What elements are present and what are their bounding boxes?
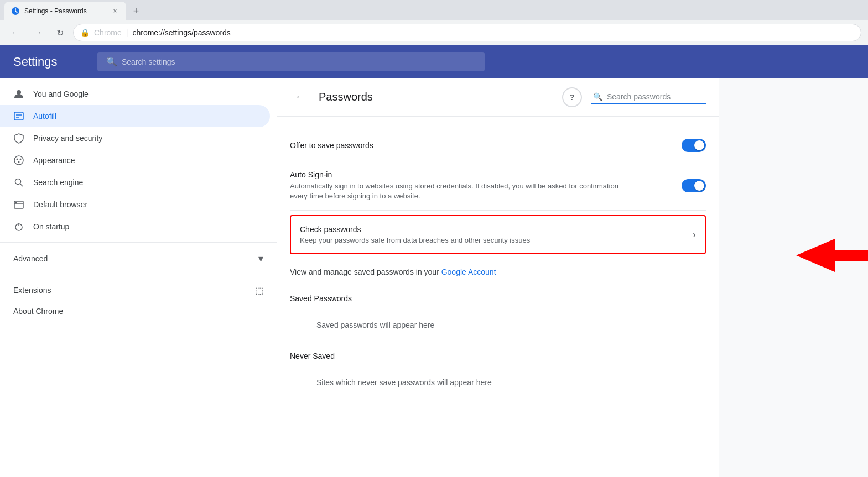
sidebar-item-advanced[interactable]: Advanced ▾ [0, 247, 277, 270]
tab-favicon [11, 7, 20, 15]
address-pipe: | [126, 28, 128, 37]
external-link-icon: ⬚ [255, 285, 263, 296]
browser-icon [13, 199, 24, 210]
sidebar-label-default-browser: Default browser [33, 200, 87, 209]
right-panel: ← Passwords ? 🔍 Offer to save passwords [277, 78, 868, 477]
sidebar-label-extensions: Extensions [13, 286, 246, 295]
auto-signin-desc: Automatically sign in to websites using … [290, 181, 622, 201]
svg-point-6 [17, 158, 18, 160]
active-tab[interactable]: Settings - Passwords × [4, 2, 126, 20]
offer-save-label: Offer to save passwords [290, 141, 682, 150]
search-passwords-icon: 🔍 [593, 92, 602, 101]
address-url: chrome://settings/passwords [132, 28, 230, 37]
left-sidebar: You and Google Autofill Privacy and secu… [0, 78, 277, 477]
passwords-header: ← Passwords ? 🔍 [277, 78, 719, 117]
sidebar-label-on-startup: On startup [33, 222, 69, 231]
saved-passwords-section-title: Saved Passwords [290, 285, 706, 307]
settings-header-title: Settings [13, 55, 80, 69]
advanced-chevron-icon: ▾ [258, 253, 263, 265]
auto-signin-row: Auto Sign-in Automatically sign in to we… [290, 161, 706, 211]
check-passwords-label: Check passwords [300, 225, 693, 234]
sidebar-label-appearance: Appearance [33, 156, 75, 165]
offer-save-toggle[interactable] [682, 139, 706, 152]
reload-button[interactable]: ↻ [51, 24, 69, 41]
auto-signin-info: Auto Sign-in Automatically sign in to we… [290, 170, 682, 201]
browser-toolbar: ← → ↻ 🔒 Chrome | chrome://settings/passw… [0, 20, 868, 45]
browser-frame: Settings - Passwords × + ← → ↻ 🔒 Chrome … [0, 0, 868, 477]
check-passwords-chevron-icon: › [693, 229, 696, 240]
svg-rect-13 [15, 202, 17, 203]
sidebar-item-on-startup[interactable]: On startup [0, 216, 270, 238]
sidebar-item-search-engine[interactable]: Search engine [0, 171, 270, 193]
address-favicon: 🔒 [80, 28, 90, 37]
sidebar-label-you-google: You and Google [33, 90, 89, 98]
page-layout: You and Google Autofill Privacy and secu… [0, 78, 868, 477]
help-button[interactable]: ? [562, 87, 582, 107]
autofill-icon [13, 111, 24, 122]
svg-point-8 [18, 161, 20, 163]
search-passwords-input[interactable] [607, 92, 704, 101]
auto-signin-label: Auto Sign-in [290, 170, 682, 179]
passwords-back-button[interactable]: ← [290, 87, 310, 107]
auto-signin-slider [682, 179, 706, 192]
sidebar-item-default-browser[interactable]: Default browser [0, 193, 270, 216]
red-arrow-indicator [796, 239, 868, 272]
person-icon [13, 88, 24, 99]
manage-link-prefix: View and manage saved passwords in your [290, 268, 441, 276]
sidebar-label-advanced: Advanced [13, 254, 250, 263]
svg-point-5 [14, 156, 23, 165]
never-saved-empty: Sites which never save passwords will ap… [290, 365, 706, 400]
search-settings-container: 🔍 [97, 52, 485, 71]
search-settings-icon: 🔍 [106, 56, 117, 67]
offer-save-row: Offer to save passwords [290, 130, 706, 161]
power-icon [13, 221, 24, 232]
nav-divider-1 [0, 242, 277, 243]
settings-header-bar: Settings 🔍 [0, 45, 868, 78]
saved-passwords-empty: Saved passwords will appear here [290, 307, 706, 343]
check-passwords-row[interactable]: Check passwords Keep your passwords safe… [290, 215, 706, 254]
sidebar-item-appearance[interactable]: Appearance [0, 149, 270, 171]
check-passwords-info: Check passwords Keep your passwords safe… [300, 225, 693, 244]
sidebar-label-autofill: Autofill [33, 112, 56, 120]
search-settings-wrap: 🔍 [97, 52, 485, 71]
address-bar[interactable]: 🔒 Chrome | chrome://settings/passwords [73, 24, 861, 41]
never-saved-section-title: Never Saved [290, 343, 706, 365]
sidebar-label-privacy: Privacy and security [33, 134, 102, 143]
passwords-body: Offer to save passwords Auto Sign-in Aut… [277, 117, 719, 413]
manage-link-row: View and manage saved passwords in your … [290, 259, 706, 285]
new-tab-button[interactable]: + [128, 3, 144, 19]
offer-save-info: Offer to save passwords [290, 141, 682, 150]
svg-rect-2 [14, 112, 23, 120]
tab-close-button[interactable]: × [111, 7, 119, 15]
google-account-link[interactable]: Google Account [441, 268, 496, 276]
svg-marker-16 [796, 239, 868, 272]
svg-point-9 [15, 179, 21, 184]
auto-signin-toggle[interactable] [682, 179, 706, 192]
search-icon [13, 177, 24, 188]
search-settings-input[interactable] [122, 57, 476, 66]
sidebar-item-you-google[interactable]: You and Google [0, 83, 270, 105]
main-nav-section: You and Google Autofill Privacy and secu… [0, 78, 277, 326]
back-nav-button[interactable]: ← [7, 24, 24, 41]
svg-point-7 [20, 158, 22, 160]
shield-icon [13, 133, 24, 144]
passwords-panel-title: Passwords [319, 91, 553, 103]
sidebar-label-search-engine: Search engine [33, 178, 83, 187]
palette-icon [13, 155, 24, 166]
tab-title: Settings - Passwords [24, 7, 106, 15]
forward-nav-button[interactable]: → [29, 24, 46, 41]
sidebar-label-about-chrome: About Chrome [13, 307, 263, 316]
tab-bar: Settings - Passwords × + [0, 0, 868, 20]
search-passwords-box: 🔍 [591, 90, 706, 104]
sidebar-item-privacy[interactable]: Privacy and security [0, 127, 270, 149]
sidebar-item-autofill[interactable]: Autofill [0, 105, 270, 127]
sidebar-item-extensions[interactable]: Extensions ⬚ [0, 280, 277, 301]
address-separator: Chrome [94, 28, 122, 37]
offer-save-slider [682, 139, 706, 152]
passwords-content-area: ← Passwords ? 🔍 Offer to save passwords [277, 78, 719, 477]
check-passwords-desc: Keep your passwords safe from data breac… [300, 236, 693, 244]
svg-point-1 [17, 90, 21, 95]
sidebar-item-about-chrome[interactable]: About Chrome [0, 301, 277, 321]
nav-divider-2 [0, 275, 277, 275]
svg-line-10 [20, 184, 23, 186]
